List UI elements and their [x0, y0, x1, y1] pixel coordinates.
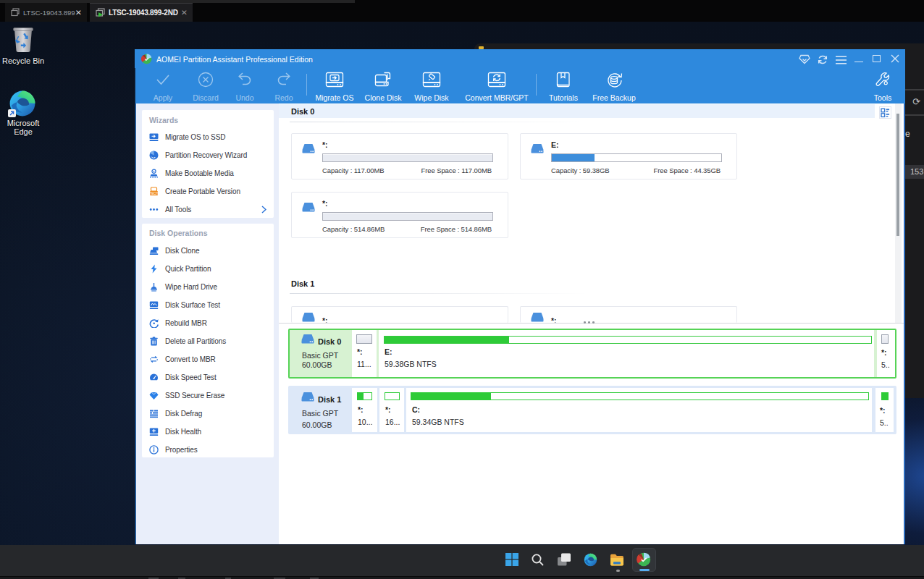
- svg-text:TECH: TECH: [150, 191, 159, 195]
